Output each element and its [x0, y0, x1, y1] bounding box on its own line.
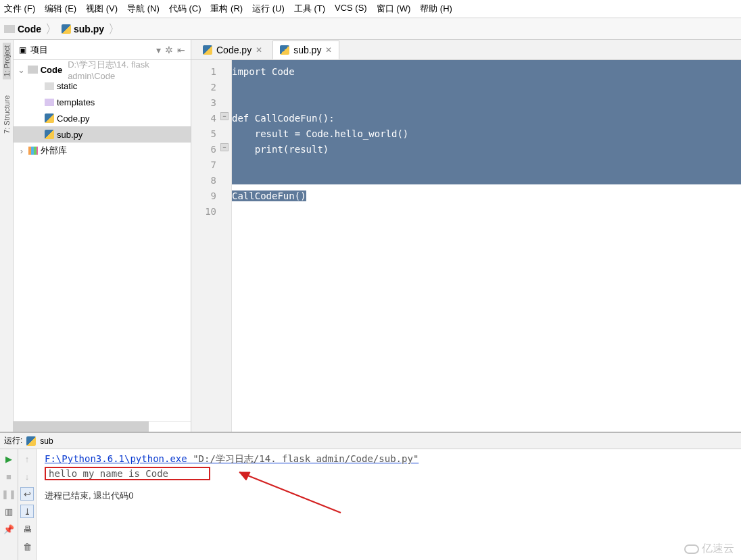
tree-label: templates — [57, 97, 95, 107]
pin-button[interactable]: 📌 — [2, 522, 16, 536]
code-line — [232, 157, 741, 173]
tab-close-icon[interactable]: ✕ — [325, 45, 332, 55]
tree-node-external[interactable]: › 外部库 — [14, 143, 191, 159]
python-file-icon — [62, 24, 71, 34]
down-button[interactable]: ↓ — [20, 469, 34, 483]
tree-expand-icon[interactable]: › — [18, 146, 26, 156]
menu-help[interactable]: 帮助 (H) — [420, 3, 452, 15]
tree-label: 外部库 — [41, 145, 67, 157]
menu-window[interactable]: 窗口 (W) — [377, 3, 411, 15]
project-horizontal-scrollbar[interactable] — [14, 421, 191, 432]
tree-root-label: Code — [41, 65, 63, 75]
line-number: 3 — [191, 95, 231, 111]
code-line: print(result) — [232, 142, 741, 157]
tree-node-codepy[interactable]: Code.py — [14, 110, 191, 126]
python-file-icon — [45, 130, 54, 139]
stop-button[interactable]: ■ — [2, 469, 16, 483]
line-number: 7 — [191, 157, 231, 173]
menu-edit[interactable]: 编辑 (E) — [45, 3, 76, 15]
menu-file[interactable]: 文件 (F) — [4, 3, 35, 15]
watermark-text: 亿速云 — [702, 542, 734, 556]
run-body: ▶ ■ ❚❚ ▥ 📌 ↑ ↓ ↩ ⤓ 🖶 🗑 F:\Python3.6.1\py… — [0, 449, 741, 560]
print-button[interactable]: 🖶 — [20, 522, 34, 536]
line-number: 9 — [191, 188, 231, 204]
project-panel: ▣ 项目 ▾ ✲ ⇤ ⌄ Code D:\学习日志\14. flask admi… — [14, 40, 191, 432]
code-line: def CallCodeFun(): — [232, 111, 741, 126]
project-view-icon: ▣ — [19, 45, 26, 55]
console-script-arg: "D:/学习日志/14. flask admin/Code/sub.py" — [193, 453, 419, 464]
code-editor[interactable]: 1 2 3 4 5 6 7 8 9 10 − − import Code def… — [191, 60, 741, 432]
scrollbar-thumb[interactable] — [14, 422, 149, 432]
python-file-icon — [26, 436, 36, 446]
line-number: 10 — [191, 204, 231, 220]
svg-line-0 — [239, 472, 341, 513]
pause-button[interactable]: ❚❚ — [2, 487, 16, 501]
tab-close-icon[interactable]: ✕ — [256, 45, 262, 55]
line-number: 5 — [191, 126, 231, 142]
project-tree[interactable]: ⌄ Code D:\学习日志\14. flask admin\Code stat… — [14, 60, 191, 421]
console-output[interactable]: F:\Python3.6.1\python.exe "D:/学习日志/14. f… — [37, 449, 741, 560]
editor-tabs: Code.py ✕ sub.py ✕ — [191, 40, 741, 60]
external-libraries-icon — [28, 147, 38, 155]
breadcrumb-file[interactable]: sub.py — [62, 24, 104, 34]
editor-area: Code.py ✕ sub.py ✕ 1 2 3 4 5 6 7 8 9 10 … — [191, 40, 741, 432]
menu-run[interactable]: 运行 (U) — [252, 3, 285, 15]
code-line — [232, 80, 741, 95]
console-exit-line: 进程已结束, 退出代码0 — [45, 490, 733, 502]
scroll-button[interactable]: ⤓ — [20, 505, 34, 518]
tab-label: Code.py — [216, 45, 252, 55]
rerun-button[interactable]: ▶ — [2, 452, 16, 465]
breadcrumb-root-label: Code — [18, 24, 41, 34]
tree-root-path: D:\学习日志\14. flask admin\Code — [68, 60, 188, 81]
console-output-highlight: hello my name is Code — [45, 467, 210, 480]
menu-vcs[interactable]: VCS (S) — [335, 3, 367, 15]
main-area: 1: Project 7: Structure ▣ 项目 ▾ ✲ ⇤ ⌄ Cod… — [0, 40, 741, 432]
code-text[interactable]: import Code def CallCodeFun(): result = … — [232, 60, 741, 432]
menu-navigate[interactable]: 导航 (N) — [127, 3, 160, 15]
menu-code[interactable]: 代码 (C) — [169, 3, 201, 15]
wrap-button[interactable]: ↩ — [20, 487, 34, 501]
run-toolwindow: 运行: sub ▶ ■ ❚❚ ▥ 📌 ↑ ↓ ↩ ⤓ 🖶 🗑 F:\Python… — [0, 432, 741, 560]
line-gutter: 1 2 3 4 5 6 7 8 9 10 − − — [191, 60, 232, 432]
tree-node-subpy[interactable]: sub.py — [14, 126, 191, 143]
run-header: 运行: sub — [0, 433, 741, 449]
tab-label: sub.py — [293, 45, 321, 55]
tree-node-root[interactable]: ⌄ Code D:\学习日志\14. flask admin\Code — [14, 61, 191, 78]
tree-label: static — [57, 81, 77, 91]
menu-tools[interactable]: 工具 (T) — [294, 3, 325, 15]
tree-label: sub.py — [57, 130, 82, 140]
left-toolwindow-strip: 1: Project 7: Structure — [0, 40, 14, 432]
tab-code-py[interactable]: Code.py ✕ — [195, 41, 270, 59]
fold-handle-icon[interactable]: − — [220, 112, 229, 120]
project-panel-header: ▣ 项目 ▾ ✲ ⇤ — [14, 40, 191, 60]
watermark: 亿速云 — [684, 542, 734, 556]
line-number: 1 — [191, 64, 231, 80]
line-number: 2 — [191, 80, 231, 95]
menu-refactor[interactable]: 重构 (R) — [210, 3, 243, 15]
menu-view[interactable]: 视图 (V) — [86, 3, 118, 15]
console-python-path: F:\Python3.6.1\python.exe — [45, 453, 187, 464]
templates-folder-icon — [45, 99, 54, 106]
python-file-icon — [45, 113, 54, 123]
code-line — [232, 173, 741, 188]
collapse-icon[interactable]: ⇤ — [177, 45, 185, 55]
cloud-icon — [684, 544, 699, 554]
up-button[interactable]: ↑ — [20, 452, 34, 465]
sidebar-tab-project[interactable]: 1: Project — [3, 43, 11, 79]
settings-gear-icon[interactable]: ✲ — [165, 45, 173, 55]
layout-button[interactable]: ▥ — [2, 505, 16, 518]
run-toolbar-nav: ↑ ↓ ↩ ⤓ 🖶 🗑 — [18, 449, 37, 560]
tree-node-templates[interactable]: templates — [14, 94, 191, 110]
annotation-arrow-icon — [233, 465, 348, 521]
sidebar-tab-structure[interactable]: 7: Structure — [3, 93, 11, 136]
run-header-label: 运行: — [4, 435, 22, 447]
tab-sub-py[interactable]: sub.py ✕ — [272, 41, 339, 59]
code-line — [232, 204, 741, 220]
breadcrumb-root[interactable]: Code — [4, 24, 41, 34]
tree-expand-icon[interactable]: ⌄ — [18, 65, 25, 75]
run-config-name: sub — [40, 436, 53, 446]
code-line — [232, 95, 741, 111]
view-mode-dropdown-icon[interactable]: ▾ — [156, 45, 161, 55]
fold-handle-icon[interactable]: − — [220, 143, 229, 151]
trash-button[interactable]: 🗑 — [20, 540, 34, 553]
